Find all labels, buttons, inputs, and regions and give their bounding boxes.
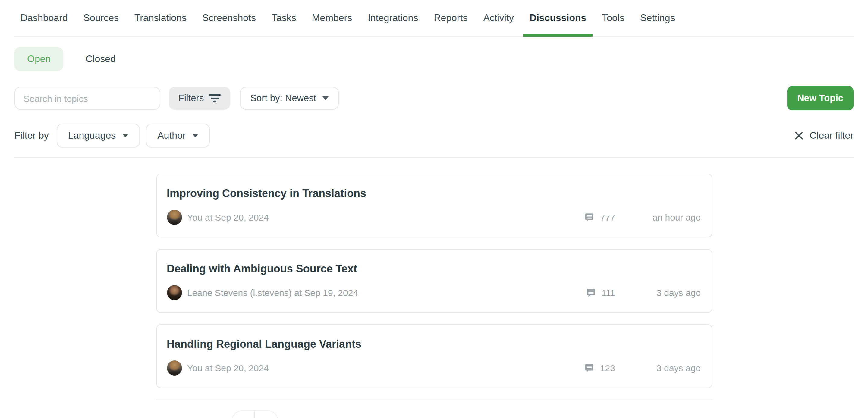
search-input[interactable] [14, 87, 160, 110]
nav-item-activity[interactable]: Activity [483, 0, 514, 36]
comment-count-group: 777 [584, 212, 615, 222]
topic-author-line: Leane Stevens (l.stevens) at Sep 19, 202… [187, 288, 358, 298]
pager [231, 411, 278, 418]
filters-button-label: Filters [179, 93, 204, 104]
nav-item-settings[interactable]: Settings [640, 0, 675, 36]
comment-bubble-icon [584, 212, 595, 222]
nav-item-tools[interactable]: Tools [602, 0, 624, 36]
divider [14, 157, 854, 158]
clear-filter-label: Clear filter [809, 130, 854, 141]
comment-count-group: 111 [586, 288, 615, 298]
topic-meta-right: 123 3 days ago [584, 363, 701, 373]
topics-toolbar: Filters Sort by: Newest New Topic [14, 86, 854, 110]
close-icon [795, 131, 804, 140]
nav-item-members[interactable]: Members [312, 0, 352, 36]
avatar [167, 360, 182, 376]
topic-meta-right: 111 3 days ago [586, 288, 701, 298]
topic-meta-right: 777 an hour ago [584, 212, 701, 222]
nav-item-integrations[interactable]: Integrations [368, 0, 418, 36]
topic-list: Improving Consistency in Translations Yo… [156, 173, 712, 418]
topic-card[interactable]: Improving Consistency in Translations Yo… [156, 173, 712, 237]
clear-filter-button[interactable]: Clear filter [795, 130, 854, 141]
author-dropdown[interactable]: Author [146, 124, 210, 148]
tab-open[interactable]: Open [14, 47, 63, 71]
topic-timestamp: an hour ago [615, 212, 701, 222]
topic-card[interactable]: Dealing with Ambiguous Source Text Leane… [156, 249, 712, 313]
languages-dropdown[interactable]: Languages [57, 124, 140, 148]
comment-count: 777 [600, 212, 615, 222]
caret-down-icon [122, 134, 128, 137]
topic-title[interactable]: Dealing with Ambiguous Source Text [167, 263, 701, 276]
nav-item-translations[interactable]: Translations [134, 0, 187, 36]
sort-by-dropdown[interactable]: Sort by: Newest [240, 87, 338, 110]
filter-by-label: Filter by [14, 130, 49, 141]
filter-bar: Filter by Languages Author Clear filter [14, 124, 854, 148]
tab-closed[interactable]: Closed [73, 47, 128, 71]
nav-item-discussions[interactable]: Discussions [530, 0, 587, 36]
topic-title[interactable]: Improving Consistency in Translations [167, 188, 701, 200]
comment-bubble-icon [586, 288, 596, 298]
topic-card[interactable]: Handling Regional Language Variants You … [156, 324, 712, 388]
caret-down-icon [192, 134, 198, 137]
sort-by-label: Sort by: Newest [250, 93, 316, 104]
author-dropdown-label: Author [157, 130, 186, 141]
nav-item-sources[interactable]: Sources [84, 0, 119, 36]
comment-count: 123 [600, 363, 615, 373]
nav-item-reports[interactable]: Reports [434, 0, 467, 36]
languages-dropdown-label: Languages [68, 130, 116, 141]
comment-count: 111 [601, 288, 615, 298]
topic-author-line: You at Sep 20, 2024 [187, 212, 269, 222]
avatar [167, 285, 182, 300]
nav-item-tasks[interactable]: Tasks [272, 0, 296, 36]
filter-lines-icon [209, 94, 221, 102]
page: Dashboard Sources Translations Screensho… [0, 0, 868, 418]
comment-bubble-icon [584, 363, 595, 373]
pagination: 1-3 out of 3 [156, 411, 712, 418]
topic-meta: You at Sep 20, 2024 777 an hour ago [167, 210, 701, 225]
new-topic-button[interactable]: New Topic [787, 86, 854, 110]
topic-timestamp: 3 days ago [615, 288, 701, 298]
next-page-button[interactable] [255, 411, 278, 418]
topic-meta: You at Sep 20, 2024 123 3 days ago [167, 360, 701, 376]
topic-title[interactable]: Handling Regional Language Variants [167, 338, 701, 351]
topic-timestamp: 3 days ago [615, 363, 701, 373]
comment-count-group: 123 [584, 363, 615, 373]
nav-item-dashboard[interactable]: Dashboard [21, 0, 68, 36]
divider [156, 399, 712, 400]
avatar [167, 210, 182, 225]
topic-meta: Leane Stevens (l.stevens) at Sep 19, 202… [167, 285, 701, 300]
caret-down-icon [322, 96, 328, 100]
nav-item-screenshots[interactable]: Screenshots [202, 0, 256, 36]
filters-button[interactable]: Filters [169, 87, 230, 110]
status-tabs: Open Closed [14, 47, 854, 71]
prev-page-button[interactable] [232, 411, 255, 418]
topic-author-line: You at Sep 20, 2024 [187, 363, 269, 373]
top-navigation: Dashboard Sources Translations Screensho… [14, 0, 854, 37]
